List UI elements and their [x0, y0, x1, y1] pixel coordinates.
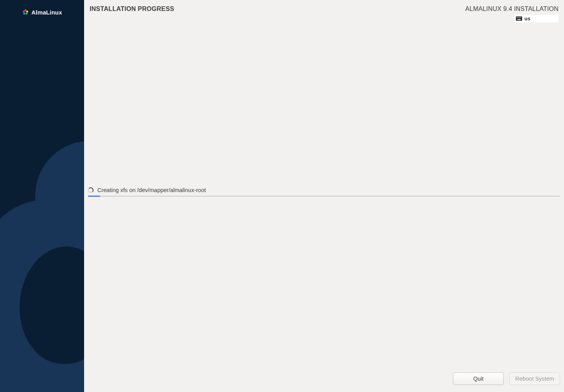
- main-content: INSTALLATION PROGRESS ALMALINUX 9.4 INST…: [84, 0, 564, 392]
- spinner-icon: [88, 187, 93, 193]
- progress-bar: [88, 196, 560, 197]
- progress-status-row: Creating xfs on /dev/mapper/almalinux-ro…: [88, 187, 560, 193]
- progress-bar-fill: [88, 196, 100, 197]
- svg-point-3: [23, 13, 25, 14]
- header-right: ALMALINUX 9.4 INSTALLATION us: [465, 5, 559, 22]
- progress-area: Creating xfs on /dev/mapper/almalinux-ro…: [88, 187, 560, 197]
- header: INSTALLATION PROGRESS ALMALINUX 9.4 INST…: [88, 5, 560, 22]
- brand-logo: AlmaLinux: [0, 0, 84, 16]
- keyboard-icon: [516, 16, 522, 21]
- svg-point-0: [25, 9, 27, 11]
- page-title: INSTALLATION PROGRESS: [90, 5, 174, 13]
- sidebar: AlmaLinux: [0, 0, 84, 392]
- quit-button[interactable]: Quit: [453, 372, 504, 385]
- reboot-system-button: Reboot System: [509, 372, 560, 385]
- keyboard-layout-indicator[interactable]: us: [514, 15, 559, 22]
- svg-point-1: [26, 11, 28, 13]
- svg-point-2: [26, 13, 28, 14]
- footer-buttons: Quit Reboot System: [453, 372, 560, 385]
- keyboard-layout-text: us: [524, 16, 530, 22]
- brand-text: AlmaLinux: [31, 9, 62, 16]
- progress-status-text: Creating xfs on /dev/mapper/almalinux-ro…: [97, 187, 206, 193]
- installer-name: ALMALINUX 9.4 INSTALLATION: [465, 5, 559, 13]
- almalinux-logo-icon: [22, 9, 29, 16]
- svg-point-4: [23, 11, 25, 13]
